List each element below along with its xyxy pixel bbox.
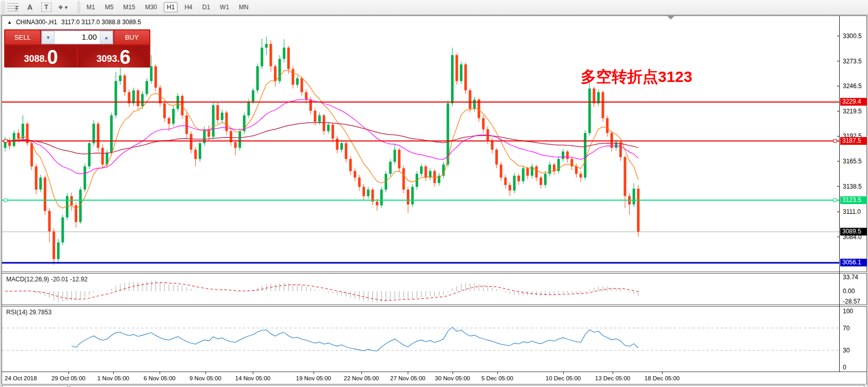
time-axis-label: 24 Oct 2018 <box>5 375 37 381</box>
chart-tab[interactable] <box>2 385 68 387</box>
indicator-axis-label: 33.74 <box>843 274 867 281</box>
macd-indicator-label: MACD(12,26,9) -20.01 -12.92 <box>6 276 88 283</box>
time-axis-tick <box>563 372 564 374</box>
rsi-indicator-label: RSI(14) 29.7853 <box>6 309 51 316</box>
buy-price-display[interactable]: 3093 . 6 <box>78 45 149 68</box>
chart-tab-strip <box>2 384 867 387</box>
price-marker-3187.5: 3187.5 <box>840 137 867 145</box>
one-click-trading-panel: SELL ▼ 1.00 ▲ BUY 3088 . 0 3093 . 6 <box>4 29 150 68</box>
candlestick-series <box>4 37 640 265</box>
timeframe-h1[interactable]: H1 <box>164 2 178 12</box>
time-axis-label: 5 Dec 05:00 <box>481 375 513 381</box>
timeframe-m5[interactable]: M5 <box>102 2 117 12</box>
time-axis-tick <box>253 372 253 374</box>
timeframe-m15[interactable]: M15 <box>120 2 138 12</box>
indicator-axis-label: -28.57 <box>843 298 867 305</box>
time-axis-label: 9 Nov 05:00 <box>189 375 221 381</box>
price-axis-label: 3111.0 <box>843 208 867 215</box>
buy-button[interactable]: BUY <box>114 30 149 44</box>
rsi-pane-canvas[interactable] <box>2 307 839 372</box>
time-axis-label: 18 Dec 05:00 <box>645 375 680 381</box>
rsi-line <box>72 327 638 351</box>
indicator-axis-label: 0 <box>843 364 867 371</box>
toolbar-separator <box>77 2 80 13</box>
toolbar-grip[interactable] <box>1 2 5 13</box>
collapse-triangle-icon[interactable]: ▲ <box>7 20 12 25</box>
timeframe-w1[interactable]: W1 <box>217 2 232 12</box>
fibonacci-tool-icon[interactable]: F <box>7 3 19 11</box>
indicator-axis-label: 0.00 <box>843 288 867 295</box>
price-axis-label: 3246.5 <box>843 82 867 90</box>
pane-divider[interactable] <box>2 305 867 307</box>
time-axis-tick <box>408 372 408 374</box>
time-axis[interactable]: 24 Oct 201829 Oct 05:001 Nov 05:006 Nov … <box>2 372 839 384</box>
volume-increase-icon[interactable]: ▲ <box>100 31 113 44</box>
time-axis-label: 27 Nov 05:00 <box>390 375 425 381</box>
chart-title: ▲ CHINA300-,H1 3117.0 3117.0 3088.8 3089… <box>7 19 141 26</box>
price-marker-3089.5: 3089.5 <box>840 228 867 235</box>
time-axis-tick <box>160 372 160 374</box>
price-axis-label: 3165.5 <box>843 158 867 165</box>
price-axis-label: 3138.5 <box>843 183 867 190</box>
ma-36-line <box>5 99 638 174</box>
time-axis-tick <box>205 372 206 374</box>
price-axis-label: 3300.5 <box>843 32 867 40</box>
chart-tab[interactable] <box>70 385 864 387</box>
time-axis-tick <box>68 372 69 374</box>
drawing-tools-group: FAT❖ ▾ <box>5 2 74 13</box>
timeframe-buttons: M1M5M15M30H1H4D1W1MN <box>83 2 252 12</box>
timeframe-m1[interactable]: M1 <box>83 2 98 12</box>
pane-divider[interactable] <box>2 272 867 274</box>
time-axis-label: 14 Nov 05:00 <box>235 375 270 381</box>
volume-input[interactable]: 1.00 <box>55 31 100 44</box>
time-axis-label: 19 Nov 05:00 <box>296 375 331 381</box>
time-axis-tick <box>361 372 362 374</box>
toolbar: FAT❖ ▾ M1M5M15M30H1H4D1W1MN <box>0 0 868 15</box>
volume-decrease-icon[interactable]: ▼ <box>42 31 55 44</box>
price-marker-3229.4: 3229.4 <box>840 98 867 106</box>
time-axis-label: 6 Nov 05:00 <box>144 375 176 381</box>
price-marker-3056.1: 3056.1 <box>840 259 867 266</box>
ma-9-line <box>5 71 638 209</box>
chart-text-annotation[interactable]: 多空转折点3123 <box>581 66 692 88</box>
sell-button[interactable]: SELL <box>5 30 40 44</box>
volume-spinner: ▼ 1.00 ▲ <box>41 30 113 44</box>
timeframe-m30[interactable]: M30 <box>142 2 160 12</box>
indicator-axis-label: 30 <box>843 347 867 354</box>
time-axis-tick <box>113 372 114 374</box>
time-axis-tick <box>314 372 314 374</box>
price-axis-line <box>839 16 840 372</box>
time-axis-label: 1 Nov 05:00 <box>97 375 129 381</box>
time-axis-tick <box>497 372 498 374</box>
time-axis-label: 10 Dec 05:00 <box>546 375 581 381</box>
price-axis-label: 3273.5 <box>843 58 867 65</box>
timeframe-h4[interactable]: H4 <box>181 2 195 12</box>
time-axis-tick <box>453 372 453 374</box>
ma-110-line <box>5 123 638 154</box>
indicator-axis-label: 100 <box>843 308 867 315</box>
time-axis-label: 22 Nov 05:00 <box>344 375 379 381</box>
time-axis-label: 30 Nov 05:00 <box>435 375 470 381</box>
time-axis-tick <box>613 372 613 374</box>
text-box-tool-icon[interactable]: T <box>41 3 51 12</box>
price-marker-3123.5: 3123.5 <box>840 196 867 204</box>
shapes-tool-icon[interactable]: ❖ ▾ <box>57 2 69 13</box>
chart-symbol-label: CHINA300-,H1 <box>16 19 57 26</box>
mt4-application: FAT❖ ▾ M1M5M15M30H1H4D1W1MN ▲ CHINA300-,… <box>0 0 868 387</box>
macd-signal-line <box>5 282 638 300</box>
time-axis-tick <box>662 372 663 374</box>
macd-pane-canvas[interactable] <box>2 274 839 305</box>
chart-ohlc-quotes: 3117.0 3117.0 3088.8 3089.5 <box>61 19 141 26</box>
text-label-tool-icon[interactable]: A <box>24 2 36 13</box>
indicator-axis-label: 70 <box>843 325 867 332</box>
time-axis-label: 29 Oct 05:00 <box>51 375 85 381</box>
time-axis-label: 13 Dec 05:00 <box>595 375 630 381</box>
timeframe-d1[interactable]: D1 <box>199 2 213 12</box>
price-axis-label: 3219.5 <box>843 108 867 115</box>
sell-price-display[interactable]: 3088 . 0 <box>5 45 77 68</box>
timeframe-mn[interactable]: MN <box>236 2 252 12</box>
